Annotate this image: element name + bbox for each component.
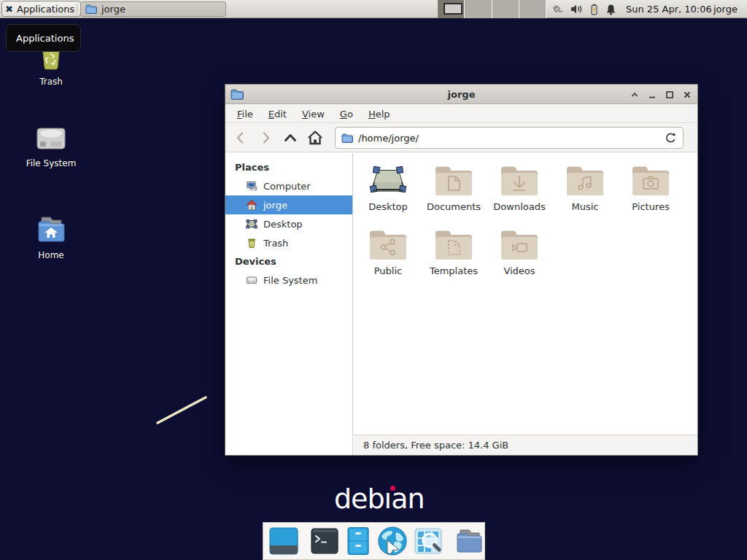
up-icon — [282, 130, 298, 146]
sidebar-header-devices: Devices — [225, 252, 352, 271]
folder-music-icon — [565, 163, 605, 198]
grid-item-label: Downloads — [493, 201, 545, 212]
toolbar: /home/jorge/ — [225, 124, 697, 152]
terminal-icon — [310, 526, 339, 556]
workspace-3[interactable] — [492, 0, 519, 18]
dock-file-cabinet-button[interactable] — [345, 526, 371, 556]
panel-separator — [77, 4, 79, 14]
sidebar-header-places: Places — [225, 158, 352, 176]
desktop-icon-filesystem[interactable]: File System — [16, 124, 86, 168]
grid-item-desktop[interactable]: Desktop — [355, 159, 421, 223]
grid-item-label: Pictures — [632, 201, 669, 212]
harddrive-icon — [34, 124, 68, 155]
debian-logo: debıan — [334, 483, 425, 515]
window-titlebar[interactable]: jorge — [225, 85, 697, 104]
grid-item-label: Templates — [430, 265, 478, 276]
sidebar-item-trash[interactable]: Trash — [225, 233, 352, 252]
grid-item-music[interactable]: Music — [552, 159, 618, 223]
top-panel: ✖ Applications jorge — [0, 0, 747, 18]
app-finder-icon — [414, 526, 443, 556]
sidebar-item-home[interactable]: jorge — [225, 195, 352, 214]
workspace-1[interactable] — [438, 0, 465, 18]
menu-edit[interactable]: Edit — [263, 106, 293, 122]
sidebar-item-label: Desktop — [263, 219, 303, 230]
debian-logo-text: debıan — [334, 483, 425, 515]
sidebar-item-desktop[interactable]: Desktop — [225, 214, 352, 233]
home-icon — [246, 199, 258, 211]
workspace-window-thumb — [444, 3, 462, 15]
up-button[interactable] — [278, 127, 303, 149]
applications-label: Applications — [17, 4, 74, 15]
folder-grid: Desktop Documents — [354, 153, 697, 435]
web-browser-globe-icon — [377, 526, 408, 556]
dock-file-manager-button[interactable] — [454, 526, 485, 556]
window-title: jorge — [225, 89, 697, 100]
panel-username[interactable]: jorge — [713, 0, 738, 18]
folder-documents-icon — [433, 163, 474, 198]
workspace-4[interactable] — [519, 0, 546, 18]
desktop-icon-home[interactable]: Home — [16, 211, 86, 260]
sidebar-item-label: jorge — [263, 200, 287, 211]
menubar: File Edit View Go Help — [225, 105, 697, 123]
grid-item-public[interactable]: Public — [355, 223, 421, 287]
home-button[interactable] — [303, 127, 328, 149]
dock-terminal-button[interactable] — [310, 526, 339, 556]
sidebar-item-label: Computer — [263, 181, 311, 192]
menu-view[interactable]: View — [296, 106, 330, 122]
path-input[interactable]: /home/jorge/ — [358, 133, 659, 144]
debian-logo-dot — [390, 486, 395, 491]
grid-item-videos[interactable]: Videos — [487, 223, 552, 287]
back-button[interactable] — [228, 127, 253, 149]
grid-item-documents[interactable]: Documents — [421, 159, 487, 223]
show-desktop-icon — [269, 526, 298, 556]
menu-go[interactable]: Go — [334, 106, 359, 122]
trash-icon — [246, 237, 258, 249]
grid-item-downloads[interactable]: Downloads — [487, 159, 552, 223]
sidebar-item-filesystem[interactable]: File System — [225, 271, 352, 289]
grid-item-label: Videos — [503, 265, 535, 276]
volume-icon[interactable] — [570, 4, 583, 15]
computer-icon — [246, 180, 258, 192]
workspace-2[interactable] — [465, 0, 492, 18]
forward-icon — [258, 130, 274, 146]
taskbar-window-label: jorge — [101, 4, 125, 15]
folder-pictures-icon — [630, 163, 671, 198]
reload-icon[interactable] — [665, 132, 677, 144]
network-icon[interactable] — [549, 3, 564, 15]
close-button[interactable] — [682, 90, 692, 99]
panel-clock[interactable]: Sun 25 Apr, 10:06 — [626, 0, 712, 18]
dock-web-browser-button[interactable] — [377, 526, 408, 556]
folder-public-icon — [368, 228, 409, 262]
applications-tooltip: Applications — [6, 24, 81, 52]
sidebar-item-computer[interactable]: Computer — [225, 176, 352, 195]
battery-icon[interactable] — [589, 4, 599, 15]
status-bar: 8 folders, Free space: 14.4 GiB — [354, 435, 697, 455]
folder-templates-icon — [433, 228, 474, 262]
grid-item-pictures[interactable]: Pictures — [618, 159, 684, 223]
shade-button[interactable] — [630, 90, 639, 99]
path-folder-icon — [341, 133, 353, 143]
workspace-switcher — [438, 0, 546, 18]
notifications-bell-icon[interactable] — [605, 4, 616, 15]
back-icon — [233, 130, 249, 146]
minimize-button[interactable] — [647, 90, 657, 99]
maximize-button[interactable] — [665, 90, 674, 99]
file-cabinet-icon — [345, 526, 371, 556]
desktop-icon-label: Home — [38, 250, 63, 260]
taskbar-window-button[interactable]: jorge — [80, 1, 226, 17]
path-bar[interactable]: /home/jorge/ — [335, 127, 684, 149]
sidebar-item-label: Trash — [263, 238, 288, 249]
menu-file[interactable]: File — [231, 106, 259, 122]
dock-app-finder-button[interactable] — [414, 526, 443, 556]
grid-item-label: Music — [572, 201, 599, 212]
applications-menu-button[interactable]: ✖ Applications — [1, 1, 81, 17]
grid-item-label: Documents — [427, 201, 481, 212]
window-controls — [630, 85, 692, 104]
desktop-icon-label: File System — [26, 158, 77, 168]
home-icon — [306, 129, 324, 147]
grid-item-label: Public — [374, 265, 402, 276]
grid-item-templates[interactable]: Templates — [421, 223, 487, 287]
dock-show-desktop-button[interactable] — [269, 526, 298, 556]
forward-button[interactable] — [253, 127, 278, 149]
menu-help[interactable]: Help — [363, 106, 396, 122]
